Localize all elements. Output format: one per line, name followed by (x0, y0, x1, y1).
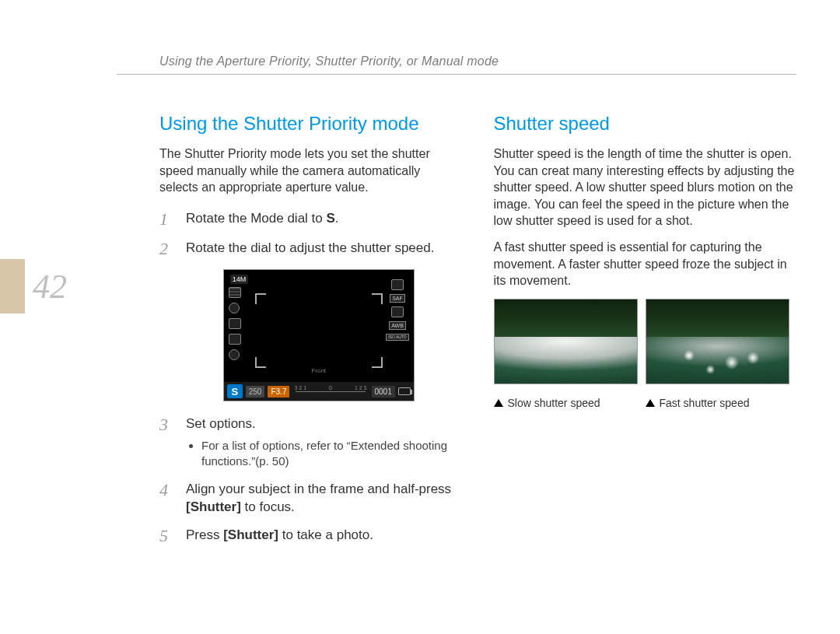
photo-water-blur (495, 337, 637, 383)
step-number: 1 (159, 210, 175, 229)
aperture-value: F3.7 (268, 386, 289, 398)
af-area-icon (391, 306, 404, 317)
triangle-up-icon (494, 399, 503, 407)
example-photo-row (494, 299, 797, 384)
step-text-fragment: Rotate the Mode dial to (186, 211, 327, 226)
header-rule (117, 74, 796, 75)
color-mode-icon (229, 318, 241, 329)
photo-slow-shutter (494, 299, 638, 384)
triangle-up-icon (646, 399, 655, 407)
step-text-bold: [Shutter] (223, 527, 278, 542)
metering-icon (229, 303, 240, 313)
camera-status-bar: S 250 F3.7 3 2 1 0 1 2 3 0001 (224, 382, 414, 401)
photo-water-frozen (646, 337, 789, 383)
left-column: Using the Shutter Priority mode The Shut… (159, 113, 463, 557)
camera-lcd: 14M SAF AWB ISO AUTO (223, 269, 415, 401)
page-number: 42 (33, 267, 67, 306)
step-text: Press [Shutter] to take a photo. (186, 527, 373, 545)
wb-label: AWB (389, 321, 406, 330)
step-1: 1 Rotate the Mode dial to S. (159, 210, 463, 229)
ev-scale-left: 3 2 1 (294, 385, 306, 391)
step-text-fragment: to focus. (241, 499, 295, 514)
side-tab: 42 (0, 259, 67, 313)
intro-text: The Shutter Priority mode lets you set t… (159, 145, 463, 196)
manual-page: Using the Aperture Priority, Shutter Pri… (0, 0, 840, 634)
step-text-fragment: Press (186, 527, 223, 542)
caption-text: Slow shutter speed (508, 397, 600, 409)
focus-frame-corner (372, 357, 383, 368)
ev-scale: 3 2 1 0 1 2 3 (292, 386, 368, 397)
left-icon-stack (229, 287, 241, 360)
step-text-fragment: to take a photo. (278, 527, 373, 542)
step-text-fragment: . (335, 211, 339, 226)
ev-scale-right: 1 2 3 (355, 385, 367, 391)
step-2: 2 Rotate the dial to adjust the shutter … (159, 240, 463, 258)
caption-fast: Fast shutter speed (646, 397, 789, 409)
step-number: 3 (159, 415, 175, 469)
step-text-bold: S (327, 211, 335, 226)
focus-frame-corner (372, 293, 383, 304)
step-text: Rotate the Mode dial to S. (186, 210, 339, 229)
photo-captions: Slow shutter speed Fast shutter speed (494, 397, 797, 409)
step-number: 2 (159, 240, 175, 258)
ev-scale-mid: 0 (329, 385, 332, 391)
focus-frame-corner (255, 293, 266, 304)
timer-icon (229, 349, 240, 360)
image-size-label: 14M (230, 275, 249, 284)
section-title-shutter-priority: Using the Shutter Priority mode (159, 113, 463, 135)
photo-background (495, 299, 637, 338)
step-sub-bullet: For a list of options, refer to “Extende… (201, 438, 463, 470)
right-column: Shutter speed Shutter speed is the lengt… (494, 113, 797, 557)
step-text: Set options. For a list of options, refe… (186, 415, 463, 469)
iso-label: ISO AUTO (386, 334, 409, 341)
photo-background (646, 299, 789, 338)
caption-slow: Slow shutter speed (494, 397, 638, 409)
af-mode-label: SAF (390, 294, 405, 303)
caption-text: Fast shutter speed (660, 397, 750, 409)
step-3: 3 Set options. For a list of options, re… (159, 415, 463, 469)
right-icon-stack: SAF AWB ISO AUTO (386, 279, 409, 341)
quality-icon (391, 279, 404, 290)
step-5: 5 Press [Shutter] to take a photo. (159, 527, 463, 545)
dial-hint: Front (311, 367, 326, 374)
section-title-shutter-speed: Shutter speed (494, 113, 797, 135)
breadcrumb: Using the Aperture Priority, Shutter Pri… (159, 54, 499, 68)
shutter-speed-paragraph-2: A fast shutter speed is essential for ca… (494, 239, 797, 289)
drive-mode-icon (229, 287, 241, 298)
flash-icon (229, 334, 241, 345)
battery-icon (398, 387, 411, 395)
mode-indicator: S (227, 384, 243, 398)
step-number: 4 (159, 481, 175, 517)
step-number: 5 (159, 527, 175, 545)
photo-fast-shutter (646, 299, 789, 384)
shutter-speed-paragraph-1: Shutter speed is the length of time the … (494, 145, 797, 229)
section-tab-swatch (0, 259, 25, 313)
step-text-bold: [Shutter] (186, 499, 241, 514)
step-text-fragment: Align your subject in the frame and half… (186, 482, 451, 496)
step-text-fragment: Set options. (186, 416, 256, 431)
focus-frame-corner (255, 357, 266, 368)
shutter-value: 250 (246, 386, 265, 398)
step-text: Align your subject in the frame and half… (186, 481, 463, 517)
step-4: 4 Align your subject in the frame and ha… (159, 481, 463, 517)
step-text: Rotate the dial to adjust the shutter sp… (186, 240, 434, 258)
camera-screen-figure: 14M SAF AWB ISO AUTO (175, 269, 463, 401)
shot-counter: 0001 (372, 386, 395, 398)
